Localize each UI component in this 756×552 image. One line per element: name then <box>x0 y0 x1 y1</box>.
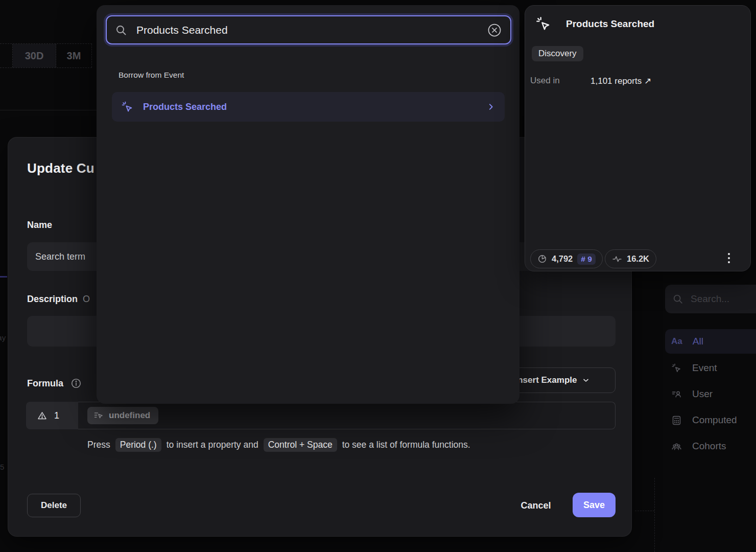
event-property-icon <box>93 410 104 421</box>
user-icon <box>671 389 682 400</box>
backdrop-divider <box>0 110 97 110</box>
helper-text: to insert a property and <box>167 440 258 450</box>
more-options-icon[interactable] <box>726 251 732 265</box>
search-icon <box>672 293 683 305</box>
badge-label: Discovery <box>532 46 583 61</box>
backdrop-panel-edge <box>654 478 655 552</box>
sidebar-search-placeholder: Search... <box>691 293 729 305</box>
backdrop-chart-line-fragment <box>0 276 7 278</box>
line-number: 1 <box>54 410 59 421</box>
search-result-label: Products Searched <box>143 102 477 112</box>
control-space-key-chip: Control + Space <box>264 438 337 452</box>
description-label: Description <box>27 294 78 305</box>
sidebar-item-label: Computed <box>692 415 737 426</box>
time-range-label: 30D <box>25 50 44 62</box>
backdrop-text-fragment: 5 <box>0 463 4 471</box>
name-field-value: Search term <box>35 251 85 262</box>
property-search-field[interactable] <box>106 15 511 44</box>
chevron-down-icon <box>582 376 590 384</box>
cancel-button-label: Cancel <box>521 500 551 511</box>
backdrop-text-fragment: lay <box>0 333 6 342</box>
formula-line-gutter: 1 <box>26 402 78 429</box>
search-icon <box>115 24 127 36</box>
event-icon <box>671 363 682 374</box>
formula-property-chip[interactable]: undefined <box>87 407 158 424</box>
computed-icon <box>671 415 682 426</box>
volume-stat-pill[interactable]: 4,792 # 9 <box>530 249 603 268</box>
rank-badge: # 9 <box>577 254 596 265</box>
pie-chart-icon <box>537 254 547 264</box>
warning-icon <box>37 411 47 421</box>
activity-stat-pill[interactable]: 16.2K <box>605 249 656 268</box>
delete-button[interactable]: Delete <box>27 494 81 517</box>
cancel-button[interactable]: Cancel <box>514 495 558 516</box>
period-key-chip: Period (.) <box>115 438 161 452</box>
formula-helper-text: Press Period (.) to insert a property an… <box>87 438 470 452</box>
external-link-arrow-icon: ↗ <box>644 76 651 86</box>
info-icon[interactable] <box>70 378 82 389</box>
sidebar-item-label: Event <box>692 362 717 374</box>
sidebar-item-all[interactable]: Aa All <box>665 329 756 354</box>
category-badge: Discovery <box>532 46 583 61</box>
delete-button-label: Delete <box>41 500 67 511</box>
card-header: Products Searched <box>535 16 654 32</box>
used-in-label: Used in <box>530 76 590 86</box>
event-icon <box>535 16 552 32</box>
sidebar-item-label: All <box>693 336 703 347</box>
description-optional-label: O <box>83 294 90 305</box>
cohorts-icon <box>671 441 682 452</box>
save-button[interactable]: Save <box>573 493 616 517</box>
activity-pulse-icon <box>612 254 622 264</box>
sidebar-item-cohorts[interactable]: Cohorts <box>665 435 756 457</box>
sidebar-item-label: User <box>692 388 713 400</box>
card-title: Products Searched <box>566 18 654 30</box>
formula-label-row: Formula <box>27 378 82 389</box>
formula-label: Formula <box>27 378 63 389</box>
stat-value: 16.2K <box>627 254 649 264</box>
time-range-7d[interactable]: D <box>0 44 13 67</box>
save-button-label: Save <box>583 500 605 511</box>
formula-chip-label: undefined <box>109 410 150 421</box>
clear-search-icon[interactable] <box>487 22 502 38</box>
backdrop-panel-edge <box>635 511 654 511</box>
sidebar-search-input[interactable]: Search... <box>665 285 756 313</box>
text-format-icon: Aa <box>671 336 682 347</box>
time-range-control: D 30D 3M <box>0 43 92 68</box>
name-label: Name <box>27 220 52 231</box>
modal-title: Update Cu <box>27 160 94 176</box>
formula-editor[interactable]: undefined <box>78 402 616 429</box>
description-label-row: Description O <box>27 294 90 305</box>
time-range-30d[interactable]: 30D <box>13 44 56 67</box>
property-search-overlay: Borrow from Event Products Searched <box>97 5 519 404</box>
helper-text: Press <box>87 440 110 450</box>
borrow-from-event-label: Borrow from Event <box>119 71 184 80</box>
time-range-label: 3M <box>67 50 81 62</box>
chevron-right-icon <box>486 102 495 111</box>
sidebar-item-event[interactable]: Event <box>665 357 756 379</box>
insert-example-label: Insert Example <box>515 375 577 385</box>
used-in-link[interactable]: 1,101 reports ↗ <box>590 76 651 86</box>
used-in-row: Used in 1,101 reports ↗ <box>530 76 651 86</box>
used-in-value: 1,101 reports <box>590 76 642 86</box>
event-details-card: Products Searched Discovery Used in 1,10… <box>525 5 751 271</box>
event-icon <box>121 101 134 113</box>
sidebar-item-label: Cohorts <box>692 441 726 452</box>
time-range-3m[interactable]: 3M <box>56 44 92 67</box>
stat-value: 4,792 <box>552 254 573 264</box>
search-result-products-searched[interactable]: Products Searched <box>112 92 505 122</box>
helper-text: to see a list of formula functions. <box>342 440 470 450</box>
search-input[interactable] <box>135 24 479 37</box>
sidebar-item-computed[interactable]: Computed <box>665 409 756 431</box>
sidebar-item-user[interactable]: User <box>665 383 756 405</box>
screen: lay 5 D 30D 3M Search... Aa All <box>0 0 756 552</box>
